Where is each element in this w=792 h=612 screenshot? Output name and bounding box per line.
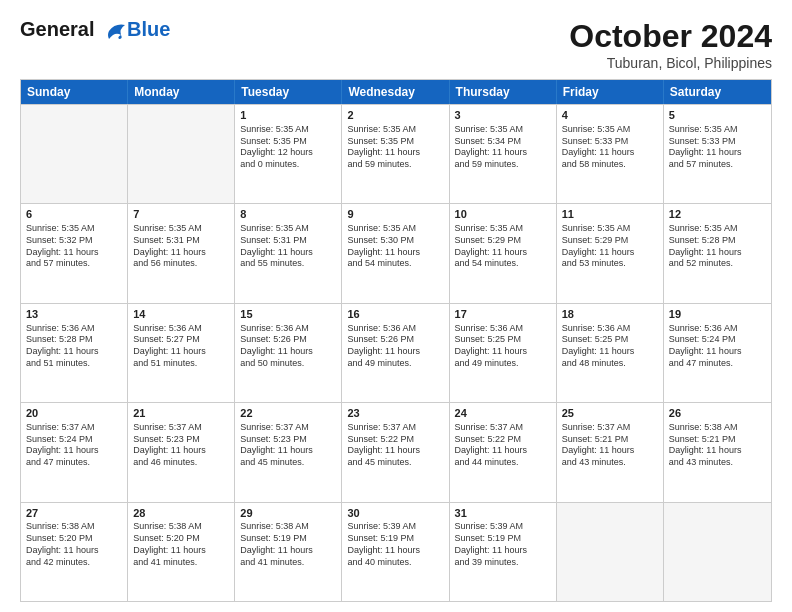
week-row-4: 20Sunrise: 5:37 AM Sunset: 5:24 PM Dayli…: [21, 402, 771, 501]
day-info: Sunrise: 5:37 AM Sunset: 5:23 PM Dayligh…: [133, 422, 229, 469]
day-info: Sunrise: 5:38 AM Sunset: 5:20 PM Dayligh…: [133, 521, 229, 568]
day-cell-10: 10Sunrise: 5:35 AM Sunset: 5:29 PM Dayli…: [450, 204, 557, 302]
day-number: 30: [347, 506, 443, 521]
logo: General Blue: [20, 18, 170, 41]
day-number: 29: [240, 506, 336, 521]
day-cell-7: 7Sunrise: 5:35 AM Sunset: 5:31 PM Daylig…: [128, 204, 235, 302]
weekday-header-sunday: Sunday: [21, 80, 128, 104]
day-number: 10: [455, 207, 551, 222]
day-info: Sunrise: 5:35 AM Sunset: 5:29 PM Dayligh…: [562, 223, 658, 270]
day-cell-24: 24Sunrise: 5:37 AM Sunset: 5:22 PM Dayli…: [450, 403, 557, 501]
day-number: 11: [562, 207, 658, 222]
page: General Blue October 2024 Tuburan, Bicol…: [0, 0, 792, 612]
weekday-header-wednesday: Wednesday: [342, 80, 449, 104]
day-number: 12: [669, 207, 766, 222]
day-cell-19: 19Sunrise: 5:36 AM Sunset: 5:24 PM Dayli…: [664, 304, 771, 402]
week-row-5: 27Sunrise: 5:38 AM Sunset: 5:20 PM Dayli…: [21, 502, 771, 601]
day-cell-12: 12Sunrise: 5:35 AM Sunset: 5:28 PM Dayli…: [664, 204, 771, 302]
day-cell-6: 6Sunrise: 5:35 AM Sunset: 5:32 PM Daylig…: [21, 204, 128, 302]
day-number: 18: [562, 307, 658, 322]
day-number: 7: [133, 207, 229, 222]
day-number: 26: [669, 406, 766, 421]
day-info: Sunrise: 5:36 AM Sunset: 5:25 PM Dayligh…: [562, 323, 658, 370]
week-row-3: 13Sunrise: 5:36 AM Sunset: 5:28 PM Dayli…: [21, 303, 771, 402]
calendar-header: SundayMondayTuesdayWednesdayThursdayFrid…: [21, 80, 771, 104]
day-info: Sunrise: 5:36 AM Sunset: 5:26 PM Dayligh…: [347, 323, 443, 370]
day-cell-5: 5Sunrise: 5:35 AM Sunset: 5:33 PM Daylig…: [664, 105, 771, 203]
day-cell-3: 3Sunrise: 5:35 AM Sunset: 5:34 PM Daylig…: [450, 105, 557, 203]
day-cell-4: 4Sunrise: 5:35 AM Sunset: 5:33 PM Daylig…: [557, 105, 664, 203]
day-info: Sunrise: 5:37 AM Sunset: 5:23 PM Dayligh…: [240, 422, 336, 469]
day-cell-20: 20Sunrise: 5:37 AM Sunset: 5:24 PM Dayli…: [21, 403, 128, 501]
logo-bird-icon: [101, 21, 127, 41]
day-cell-13: 13Sunrise: 5:36 AM Sunset: 5:28 PM Dayli…: [21, 304, 128, 402]
day-cell-27: 27Sunrise: 5:38 AM Sunset: 5:20 PM Dayli…: [21, 503, 128, 601]
weekday-header-saturday: Saturday: [664, 80, 771, 104]
day-info: Sunrise: 5:36 AM Sunset: 5:26 PM Dayligh…: [240, 323, 336, 370]
day-number: 17: [455, 307, 551, 322]
day-cell-11: 11Sunrise: 5:35 AM Sunset: 5:29 PM Dayli…: [557, 204, 664, 302]
day-info: Sunrise: 5:36 AM Sunset: 5:25 PM Dayligh…: [455, 323, 551, 370]
day-number: 6: [26, 207, 122, 222]
day-number: 19: [669, 307, 766, 322]
day-info: Sunrise: 5:36 AM Sunset: 5:28 PM Dayligh…: [26, 323, 122, 370]
month-title: October 2024: [569, 18, 772, 55]
day-cell-30: 30Sunrise: 5:39 AM Sunset: 5:19 PM Dayli…: [342, 503, 449, 601]
day-info: Sunrise: 5:38 AM Sunset: 5:20 PM Dayligh…: [26, 521, 122, 568]
day-cell-15: 15Sunrise: 5:36 AM Sunset: 5:26 PM Dayli…: [235, 304, 342, 402]
day-number: 2: [347, 108, 443, 123]
empty-cell: [664, 503, 771, 601]
day-number: 28: [133, 506, 229, 521]
day-cell-18: 18Sunrise: 5:36 AM Sunset: 5:25 PM Dayli…: [557, 304, 664, 402]
day-info: Sunrise: 5:35 AM Sunset: 5:35 PM Dayligh…: [347, 124, 443, 171]
day-cell-14: 14Sunrise: 5:36 AM Sunset: 5:27 PM Dayli…: [128, 304, 235, 402]
day-number: 9: [347, 207, 443, 222]
day-cell-8: 8Sunrise: 5:35 AM Sunset: 5:31 PM Daylig…: [235, 204, 342, 302]
weekday-header-tuesday: Tuesday: [235, 80, 342, 104]
day-info: Sunrise: 5:35 AM Sunset: 5:30 PM Dayligh…: [347, 223, 443, 270]
day-info: Sunrise: 5:35 AM Sunset: 5:35 PM Dayligh…: [240, 124, 336, 171]
day-info: Sunrise: 5:35 AM Sunset: 5:33 PM Dayligh…: [669, 124, 766, 171]
day-info: Sunrise: 5:36 AM Sunset: 5:27 PM Dayligh…: [133, 323, 229, 370]
week-row-2: 6Sunrise: 5:35 AM Sunset: 5:32 PM Daylig…: [21, 203, 771, 302]
day-number: 15: [240, 307, 336, 322]
day-number: 5: [669, 108, 766, 123]
location: Tuburan, Bicol, Philippines: [569, 55, 772, 71]
empty-cell: [557, 503, 664, 601]
day-info: Sunrise: 5:39 AM Sunset: 5:19 PM Dayligh…: [455, 521, 551, 568]
day-number: 13: [26, 307, 122, 322]
header: General Blue October 2024 Tuburan, Bicol…: [20, 18, 772, 71]
day-cell-2: 2Sunrise: 5:35 AM Sunset: 5:35 PM Daylig…: [342, 105, 449, 203]
day-number: 22: [240, 406, 336, 421]
day-cell-21: 21Sunrise: 5:37 AM Sunset: 5:23 PM Dayli…: [128, 403, 235, 501]
day-number: 8: [240, 207, 336, 222]
day-number: 3: [455, 108, 551, 123]
calendar: SundayMondayTuesdayWednesdayThursdayFrid…: [20, 79, 772, 602]
day-number: 21: [133, 406, 229, 421]
day-info: Sunrise: 5:35 AM Sunset: 5:31 PM Dayligh…: [240, 223, 336, 270]
day-cell-28: 28Sunrise: 5:38 AM Sunset: 5:20 PM Dayli…: [128, 503, 235, 601]
day-info: Sunrise: 5:35 AM Sunset: 5:31 PM Dayligh…: [133, 223, 229, 270]
day-number: 24: [455, 406, 551, 421]
weekday-header-thursday: Thursday: [450, 80, 557, 104]
day-number: 14: [133, 307, 229, 322]
empty-cell: [128, 105, 235, 203]
logo-general: General: [20, 18, 94, 40]
day-cell-25: 25Sunrise: 5:37 AM Sunset: 5:21 PM Dayli…: [557, 403, 664, 501]
day-cell-16: 16Sunrise: 5:36 AM Sunset: 5:26 PM Dayli…: [342, 304, 449, 402]
day-info: Sunrise: 5:35 AM Sunset: 5:33 PM Dayligh…: [562, 124, 658, 171]
day-cell-29: 29Sunrise: 5:38 AM Sunset: 5:19 PM Dayli…: [235, 503, 342, 601]
logo-blue: Blue: [127, 18, 170, 40]
weekday-header-monday: Monday: [128, 80, 235, 104]
day-cell-1: 1Sunrise: 5:35 AM Sunset: 5:35 PM Daylig…: [235, 105, 342, 203]
day-info: Sunrise: 5:38 AM Sunset: 5:19 PM Dayligh…: [240, 521, 336, 568]
title-section: October 2024 Tuburan, Bicol, Philippines: [569, 18, 772, 71]
day-number: 27: [26, 506, 122, 521]
day-cell-9: 9Sunrise: 5:35 AM Sunset: 5:30 PM Daylig…: [342, 204, 449, 302]
day-info: Sunrise: 5:37 AM Sunset: 5:24 PM Dayligh…: [26, 422, 122, 469]
day-info: Sunrise: 5:37 AM Sunset: 5:22 PM Dayligh…: [455, 422, 551, 469]
day-number: 1: [240, 108, 336, 123]
day-info: Sunrise: 5:35 AM Sunset: 5:28 PM Dayligh…: [669, 223, 766, 270]
day-number: 31: [455, 506, 551, 521]
week-row-1: 1Sunrise: 5:35 AM Sunset: 5:35 PM Daylig…: [21, 104, 771, 203]
